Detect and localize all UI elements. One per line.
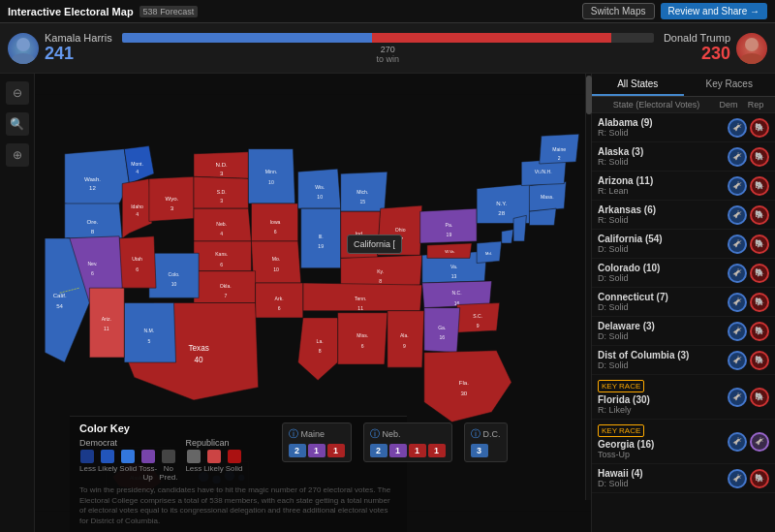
svg-text:N.D.: N.D. (216, 161, 229, 168)
switch-maps-button[interactable]: Switch Maps (582, 3, 655, 19)
svg-text:Texas: Texas (188, 344, 208, 353)
svg-text:Vt./N.H.: Vt./N.H. (535, 169, 552, 174)
svg-text:17: 17 (397, 236, 403, 242)
svg-text:Miss.: Miss. (356, 332, 368, 338)
swatch-dem-less: Less (79, 450, 96, 482)
svg-text:2: 2 (558, 155, 561, 161)
icon-dem-connecticut[interactable]: 🫏 (728, 293, 747, 312)
bottom-bar: Color Key Democrat Less Likely Solid Tos… (70, 416, 407, 532)
state-row-dc[interactable]: Dist of Columbia (3) D: Solid 🫏 🐘 (592, 346, 775, 375)
icon-rep-dc[interactable]: 🐘 (750, 351, 769, 370)
svg-text:Wash.: Wash. (84, 175, 101, 182)
svg-text:Va.: Va. (450, 264, 457, 269)
dem-key: Democrat Less Likely Solid Toss-Up No Pr… (79, 438, 177, 482)
dc-splitter: ⓘ D.C. 3 (464, 422, 508, 462)
svg-text:30: 30 (460, 390, 467, 396)
icon-dem-arkansas[interactable]: 🫏 (728, 205, 747, 225)
dc-title: ⓘ D.C. (471, 427, 501, 441)
swatch-rep-solid: Solid (226, 450, 243, 473)
svg-text:6: 6 (91, 270, 94, 276)
svg-text:6: 6 (278, 305, 281, 311)
zoom-out-icon[interactable]: ⊖ (6, 81, 29, 105)
search-icon[interactable]: 🔍 (6, 112, 29, 136)
icon-dem-georgia[interactable]: 🫏 (728, 432, 747, 452)
page-title: Interactive Electoral Map (8, 6, 134, 17)
icon-dem-dc[interactable]: 🫏 (728, 351, 747, 370)
state-row-alabama[interactable]: Alabama (9) R: Solid 🫏 🐘 (592, 113, 775, 142)
svg-text:Idaho: Idaho (131, 203, 143, 209)
to-win-label: 270 to win (377, 45, 400, 64)
svg-point-2 (745, 38, 759, 51)
rep-info: Donald Trump 230 (664, 32, 730, 64)
icon-rep-florida[interactable]: 🐘 (750, 388, 769, 407)
zoom-in-icon[interactable]: ⊕ (6, 143, 29, 167)
icon-dem-california[interactable]: 🫏 (728, 235, 747, 254)
icon-rep-arizona[interactable]: 🐘 (750, 176, 769, 196)
maine-splitter: ⓘ Maine 2 1 1 (282, 422, 352, 462)
icon-rep-california[interactable]: 🐘 (750, 235, 769, 254)
icon-rep-alaska[interactable]: 🐘 (750, 147, 769, 167)
map-area[interactable]: Wash. 12 Mont. 4 Ore. 8 Idaho 4 Wyo. 3 N… (35, 74, 591, 532)
state-row-hawaii[interactable]: Hawaii (4) D: Solid 🫏 🐘 (592, 464, 775, 493)
state-row-georgia[interactable]: KEY RACE Georgia (16) Toss-Up 🫏 🫏 (592, 420, 775, 464)
state-row-connecticut[interactable]: Connecticut (7) D: Solid 🫏 🐘 (592, 288, 775, 317)
svg-text:8: 8 (319, 348, 322, 354)
svg-text:Tenn.: Tenn. (355, 296, 367, 301)
dem-info: Kamala Harris 241 (45, 32, 112, 64)
swatch-tossup: Toss-Up (139, 450, 157, 482)
icon-rep-colorado[interactable]: 🐘 (750, 264, 769, 283)
svg-text:4: 4 (220, 231, 223, 236)
tab-key-races[interactable]: Key Races (684, 74, 776, 96)
state-row-delaware[interactable]: Delaware (3) D: Solid 🫏 🐘 (592, 317, 775, 346)
svg-point-0 (16, 38, 30, 51)
svg-text:10: 10 (268, 179, 274, 185)
review-share-button[interactable]: Review and Share → (661, 3, 768, 19)
icon-rep-alabama[interactable]: 🐘 (750, 118, 769, 138)
state-row-arizona[interactable]: Arizona (11) R: Lean 🫏 🐘 (592, 172, 775, 201)
state-row-florida[interactable]: KEY RACE Florida (30) R: Likely 🫏 🐘 (592, 375, 775, 420)
states-list[interactable]: Alabama (9) R: Solid 🫏 🐘 Alaska (3) R: S… (592, 113, 775, 532)
svg-text:6: 6 (361, 343, 364, 349)
svg-text:Fla.: Fla. (459, 379, 470, 386)
svg-text:Colo.: Colo. (169, 271, 180, 277)
icon-dem-hawaii[interactable]: 🫏 (728, 469, 747, 488)
icon-rep-delaware[interactable]: 🐘 (750, 322, 769, 341)
icon-dem-alabama[interactable]: 🫏 (728, 118, 747, 138)
state-row-colorado[interactable]: Colorado (10) D: Solid 🫏 🐘 (592, 259, 775, 288)
svg-text:5: 5 (147, 338, 150, 344)
icon-rep-hawaii[interactable]: 🐘 (750, 469, 769, 488)
svg-text:Mich.: Mich. (356, 189, 368, 195)
neb-title: ⓘ Neb. (370, 427, 446, 441)
tab-all-states[interactable]: All States (592, 74, 684, 96)
icon-dem-delaware[interactable]: 🫏 (728, 322, 747, 341)
state-row-alaska[interactable]: Alaska (3) R: Solid 🫏 🐘 (592, 142, 775, 172)
scrollbar-thumb[interactable] (586, 76, 592, 114)
swatch-dem-solid: Solid (119, 450, 137, 482)
icon-dem-florida[interactable]: 🫏 (728, 388, 747, 407)
svg-text:11: 11 (357, 305, 363, 311)
svg-text:6: 6 (220, 262, 223, 267)
nebraska-splitter: ⓘ Neb. 2 1 1 1 (363, 422, 452, 462)
state-row-arkansas[interactable]: Arkansas (6) R: Solid 🫏 🐘 (592, 201, 775, 230)
svg-text:Kans.: Kans. (215, 251, 228, 257)
swatch-no-pred: No Pred. (159, 450, 177, 482)
icon-rep-arkansas[interactable]: 🐘 (750, 205, 769, 225)
svg-text:N.M.: N.M. (143, 328, 154, 333)
col-rep: Rep (742, 100, 769, 110)
state-row-california[interactable]: California (54) D: Solid 🫏 🐘 (592, 230, 775, 259)
icon-toss-georgia[interactable]: 🫏 (750, 432, 769, 452)
left-toolbar: ⊖ 🔍 ⊕ (0, 74, 35, 532)
icon-dem-arizona[interactable]: 🫏 (728, 176, 747, 196)
svg-text:40: 40 (195, 356, 204, 364)
icon-dem-alaska[interactable]: 🫏 (728, 147, 747, 167)
svg-text:8: 8 (91, 228, 95, 235)
svg-text:Md.: Md. (485, 251, 492, 256)
svg-text:Minn.: Minn. (265, 169, 277, 174)
svg-text:Ore.: Ore. (86, 218, 98, 225)
neb-cells: 2 1 1 1 (370, 444, 446, 457)
icon-dem-colorado[interactable]: 🫏 (728, 264, 747, 283)
candidate-rep: Donald Trump 230 (664, 32, 767, 64)
icon-rep-connecticut[interactable]: 🐘 (750, 293, 769, 312)
scrollbar-track (585, 74, 591, 500)
svg-text:6: 6 (274, 229, 277, 235)
